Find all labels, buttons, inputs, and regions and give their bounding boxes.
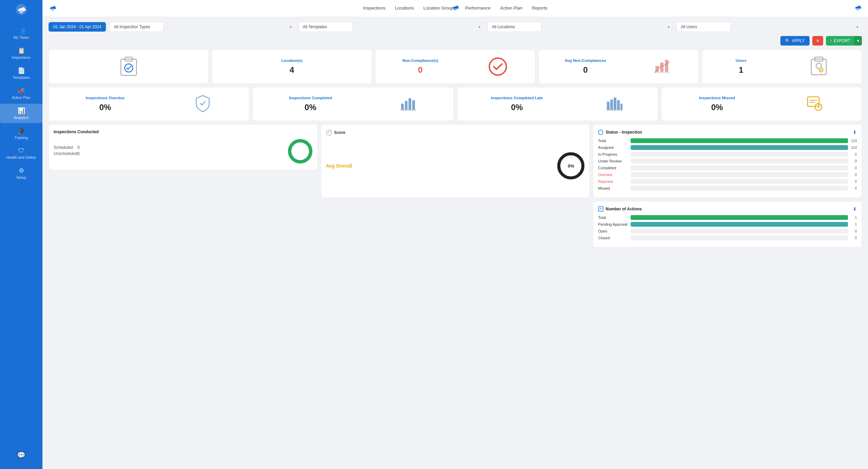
action-buttons: 🔍 APPLY ✕ ↑ EXPORT ▾ <box>49 36 862 46</box>
inspections-conducted-card: Inspections Conducted Scheduled 0 Unsche… <box>49 124 318 170</box>
actions-bars: Total 1 Pending Approval 1 Open 0 Closed… <box>598 215 857 240</box>
top-header: Inspections Locations Location Groups Pe… <box>42 0 868 17</box>
status-bar-bg <box>631 222 848 227</box>
status-bar-row: In Progress 0 <box>598 152 857 157</box>
right-logo <box>853 3 863 14</box>
svg-rect-25 <box>412 100 415 110</box>
status-shield-icon <box>598 129 603 135</box>
overdue-value: 0% <box>99 103 111 112</box>
locations-title: Location(s) <box>282 58 303 63</box>
sidebar-item-health-safety[interactable]: 🛡 Health and Safety <box>0 144 42 163</box>
status-bar-fill <box>631 215 848 220</box>
users-select[interactable]: All Users <box>676 22 731 32</box>
status-label: Total <box>598 139 629 143</box>
score-content: Avg Overall 0% <box>326 139 585 193</box>
locations-select[interactable]: All Locations <box>487 22 542 32</box>
nav-locations[interactable]: Locations <box>395 4 414 13</box>
non-compliance-value: 0 <box>418 65 422 75</box>
filter-bar: 01 Jan 2024 - 01 Apr 2024 All Inspection… <box>49 22 862 32</box>
status-bar-row: Closed 0 <box>598 236 857 240</box>
export-dropdown-button[interactable]: ▾ <box>854 36 862 46</box>
status-count: 0 <box>850 166 857 170</box>
inspections-overdue-card: Inspections Overdue 0% <box>49 87 249 121</box>
status-bar-bg <box>631 236 848 240</box>
number-of-actions-card: Number of Actions ⬇ Total 1 Pending Appr… <box>593 201 862 247</box>
conducted-label-0: Scheduled <box>54 145 73 150</box>
sidebar-item-my-tasks[interactable]: 👥 My Tasks <box>0 23 42 43</box>
inspection-type-select[interactable]: All Inspection Types <box>109 22 164 32</box>
apply-button[interactable]: 🔍 APPLY <box>780 36 810 46</box>
non-compliance-card: Non-Compliance(s) 0 <box>375 50 535 84</box>
sidebar-item-inspections[interactable]: 📋 Inspections <box>0 44 42 63</box>
page-content: 01 Jan 2024 - 01 Apr 2024 All Inspection… <box>42 17 868 469</box>
nav-reports[interactable]: Reports <box>532 4 547 13</box>
nav-performance[interactable]: Performance <box>465 4 490 13</box>
shield-check-icon <box>194 94 212 114</box>
bar-chart-icon <box>653 56 672 77</box>
score-title: Score <box>334 130 345 135</box>
sidebar-logo <box>15 3 28 18</box>
status-bar-fill <box>631 222 848 227</box>
clear-button[interactable]: ✕ <box>812 36 823 46</box>
date-range-picker[interactable]: 01 Jan 2024 - 01 Apr 2024 <box>49 22 106 32</box>
status-inspection-header: Status - Inspection ⬇ <box>598 129 857 135</box>
export-icon: ↑ <box>830 38 832 43</box>
status-bar-row: Rejected 0 <box>598 179 857 184</box>
completed-late-value: 0% <box>511 103 523 112</box>
status-count: 124 <box>850 146 857 150</box>
status-bar-bg <box>631 152 848 157</box>
status-count: 0 <box>850 180 857 184</box>
export-btn-group: ↑ EXPORT ▾ <box>826 36 862 46</box>
completed-title: Inspections Completed <box>289 96 332 100</box>
sidebar-item-action-plan[interactable]: 📣 Action Plan <box>0 84 42 103</box>
chat-button[interactable]: 💬 <box>16 448 27 464</box>
locations-card: Location(s) 4 <box>212 50 372 84</box>
status-label: Overdue <box>598 173 629 177</box>
status-label: Completed <box>598 166 629 170</box>
donut-chart <box>288 138 312 165</box>
status-label: Open <box>598 229 629 233</box>
svg-rect-40 <box>598 207 603 211</box>
number-of-actions-section: Number of Actions ⬇ Total 1 Pending Appr… <box>49 201 862 247</box>
score-header: Score <box>326 129 585 136</box>
status-label: Pending Approval <box>598 222 629 226</box>
svg-rect-15 <box>660 63 664 72</box>
users-clipboard-icon <box>809 56 828 77</box>
status-count: 1 <box>850 223 857 226</box>
svg-line-38 <box>818 107 820 108</box>
actions-icon <box>598 206 603 212</box>
sidebar-item-templates[interactable]: 📄 Templates <box>0 64 42 83</box>
missed-title: Inspections Missed <box>699 96 735 100</box>
download-icon[interactable]: ⬇ <box>853 129 857 135</box>
templates-select-wrap: All Templates <box>299 22 484 32</box>
training-icon: 🎓 <box>18 127 25 135</box>
status-count: 124 <box>850 139 857 143</box>
sidebar-item-analytics[interactable]: 📊 Analytics <box>0 104 42 123</box>
status-inspection-title: Status - Inspection <box>598 129 642 135</box>
templates-select[interactable]: All Templates <box>299 22 353 32</box>
status-label: Closed <box>598 236 629 240</box>
svg-rect-27 <box>607 102 610 110</box>
conducted-value-0: 0 <box>77 145 80 150</box>
inspection-type-select-wrap: All Inspection Types <box>109 22 295 32</box>
status-label: Total <box>598 215 629 220</box>
svg-rect-30 <box>617 100 620 110</box>
status-label: In Progress <box>598 152 629 156</box>
conducted-value-1: 0 <box>77 151 80 156</box>
svg-rect-31 <box>620 104 622 110</box>
overdue-title: Inspections Overdue <box>86 96 125 100</box>
sidebar-item-training[interactable]: 🎓 Training <box>0 124 42 143</box>
tasks-icon: 👥 <box>18 27 25 34</box>
gauge-value: 0% <box>568 163 574 169</box>
completed-value: 0% <box>305 103 317 112</box>
nav-inspections[interactable]: Inspections <box>363 4 385 13</box>
stats-row-1: Location(s) 4 Non-Compliance(s) 0 <box>49 50 862 84</box>
status-bar-bg <box>631 229 848 233</box>
analytics-icon: 📊 <box>18 107 25 115</box>
status-bar-row: Total 124 <box>598 138 857 143</box>
sidebar-item-setup[interactable]: ⚙ Setup <box>0 163 42 183</box>
export-button[interactable]: ↑ EXPORT <box>826 36 854 46</box>
actions-download-icon[interactable]: ⬇ <box>853 206 857 212</box>
nav-action-plan[interactable]: Action Plan <box>500 4 522 13</box>
score-icon <box>326 129 332 136</box>
